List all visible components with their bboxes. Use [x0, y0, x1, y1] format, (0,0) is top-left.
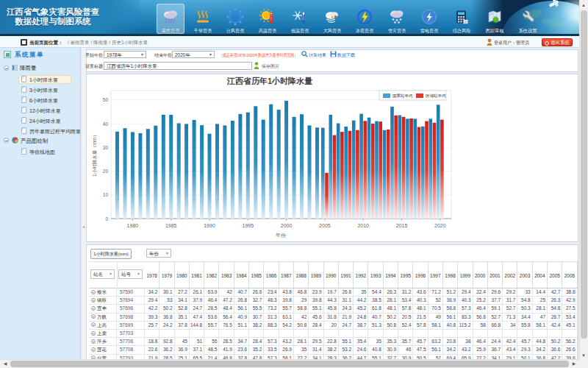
svg-text:国家站平均: 国家站平均: [392, 93, 413, 99]
svg-text:2005: 2005: [319, 223, 331, 228]
svg-text:0: 0: [105, 216, 108, 222]
svg-text:40: 40: [103, 121, 109, 127]
svg-text:1990: 1990: [204, 223, 215, 228]
svg-text:10: 10: [103, 192, 109, 197]
svg-text:2020: 2020: [434, 223, 446, 228]
svg-text:50: 50: [103, 97, 109, 102]
svg-text:年份: 年份: [276, 233, 287, 238]
svg-text:1985: 1985: [165, 223, 177, 228]
svg-text:2015: 2015: [396, 223, 408, 228]
svg-text:2010: 2010: [357, 223, 369, 228]
svg-text:30: 30: [103, 145, 109, 150]
svg-text:1980: 1980: [127, 223, 139, 228]
svg-text:江西省历年1小时降水量: 江西省历年1小时降水量: [226, 77, 312, 85]
svg-text:1小时降水量（mm）: 1小时降水量（mm）: [92, 132, 98, 177]
svg-text:2000: 2000: [281, 223, 293, 228]
svg-text:1995: 1995: [243, 223, 254, 228]
svg-text:20: 20: [103, 169, 109, 174]
svg-text:区域站平均: 区域站平均: [426, 93, 446, 98]
